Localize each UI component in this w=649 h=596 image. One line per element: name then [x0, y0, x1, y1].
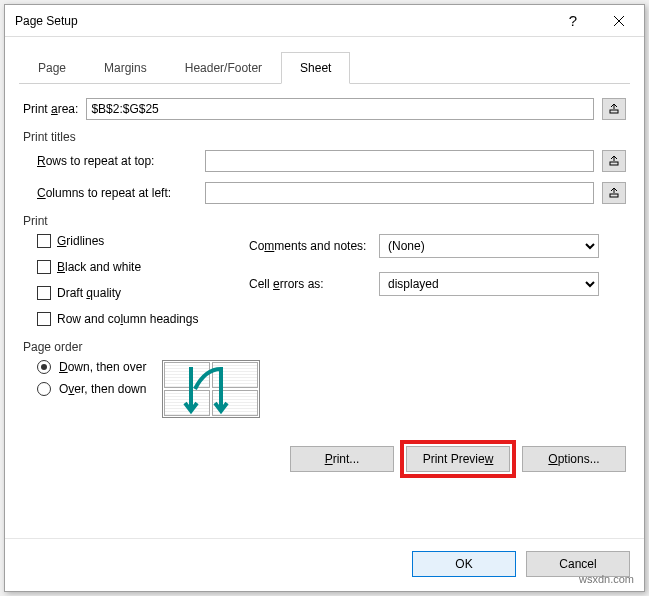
tab-sheet[interactable]: Sheet	[281, 52, 350, 84]
page-order-legend: Page order	[23, 340, 626, 354]
close-button[interactable]	[596, 6, 642, 36]
down-then-over-label: Down, then over	[59, 360, 146, 374]
print-dropdowns: Comments and notes: (None) Cell errors a…	[249, 234, 599, 296]
tab-page[interactable]: Page	[19, 52, 85, 84]
tab-margins[interactable]: Margins	[85, 52, 166, 84]
print-checkboxes: Gridlines Black and white Draft quality	[37, 234, 227, 332]
cols-repeat-collapse-button[interactable]	[602, 182, 626, 204]
comments-label: Comments and notes:	[249, 239, 379, 253]
over-then-down-label: Over, then down	[59, 382, 146, 396]
radio-icon	[37, 382, 51, 396]
options-button[interactable]: Options...	[522, 446, 626, 472]
gridlines-label: Gridlines	[57, 234, 104, 248]
over-then-down-radio[interactable]: Over, then down	[37, 382, 146, 396]
collapse-range-icon	[608, 155, 620, 167]
tab-strip: Page Margins Header/Footer Sheet	[19, 51, 630, 84]
dialog-footer: OK Cancel	[5, 538, 644, 591]
checkbox-icon	[37, 260, 51, 274]
print-titles-legend: Print titles	[23, 130, 626, 144]
rows-repeat-row: Rows to repeat at top:	[37, 150, 626, 172]
cell-errors-select[interactable]: displayed	[379, 272, 599, 296]
cols-repeat-row: Columns to repeat at left:	[37, 182, 626, 204]
collapse-range-icon	[608, 187, 620, 199]
print-titles-group: Print titles Rows to repeat at top: Colu…	[23, 130, 626, 204]
checkbox-icon	[37, 286, 51, 300]
page-order-preview	[162, 360, 260, 418]
print-button[interactable]: Print...	[290, 446, 394, 472]
print-preview-button[interactable]: Print Preview	[406, 446, 510, 472]
svg-rect-4	[610, 194, 618, 197]
black-white-checkbox[interactable]: Black and white	[37, 260, 227, 274]
help-button[interactable]: ?	[550, 6, 596, 36]
print-area-collapse-button[interactable]	[602, 98, 626, 120]
radio-selected-icon	[37, 360, 51, 374]
row-col-headings-checkbox[interactable]: Row and column headings	[37, 312, 227, 326]
print-group: Print Gridlines Black and white	[23, 214, 626, 332]
down-then-over-radio[interactable]: Down, then over	[37, 360, 146, 374]
rows-repeat-input[interactable]	[205, 150, 594, 172]
draft-quality-label: Draft quality	[57, 286, 121, 300]
dialog-title: Page Setup	[15, 14, 550, 28]
gridlines-checkbox[interactable]: Gridlines	[37, 234, 227, 248]
action-button-row: Print... Print Preview Options...	[23, 426, 626, 472]
draft-quality-checkbox[interactable]: Draft quality	[37, 286, 227, 300]
question-icon: ?	[569, 12, 577, 29]
checkbox-icon	[37, 312, 51, 326]
close-icon	[614, 16, 624, 26]
collapse-range-icon	[608, 103, 620, 115]
dialog-content: Page Margins Header/Footer Sheet Print a…	[5, 37, 644, 538]
print-legend: Print	[23, 214, 626, 228]
cols-repeat-input[interactable]	[205, 182, 594, 204]
checkbox-icon	[37, 234, 51, 248]
cell-errors-label: Cell errors as:	[249, 277, 379, 291]
watermark: wsxdn.com	[579, 573, 634, 585]
sheet-tab-body: Print area: document.querySelector('[dat…	[19, 84, 630, 528]
black-white-label: Black and white	[57, 260, 141, 274]
tab-header-footer[interactable]: Header/Footer	[166, 52, 281, 84]
print-area-input[interactable]	[86, 98, 594, 120]
svg-rect-3	[610, 162, 618, 165]
page-setup-dialog: Page Setup ? Page Margins Header/Footer …	[4, 4, 645, 592]
print-area-label: Print area:	[23, 102, 78, 116]
comments-select[interactable]: (None)	[379, 234, 599, 258]
page-order-group: Page order Down, then over Over, then do…	[23, 340, 626, 418]
rows-repeat-label: Rows to repeat at top:	[37, 154, 197, 168]
cols-repeat-label: Columns to repeat at left:	[37, 186, 197, 200]
ok-button[interactable]: OK	[412, 551, 516, 577]
svg-rect-2	[610, 110, 618, 113]
row-col-headings-label: Row and column headings	[57, 312, 198, 326]
print-area-row: Print area:	[23, 98, 626, 120]
rows-repeat-collapse-button[interactable]	[602, 150, 626, 172]
titlebar: Page Setup ?	[5, 5, 644, 37]
